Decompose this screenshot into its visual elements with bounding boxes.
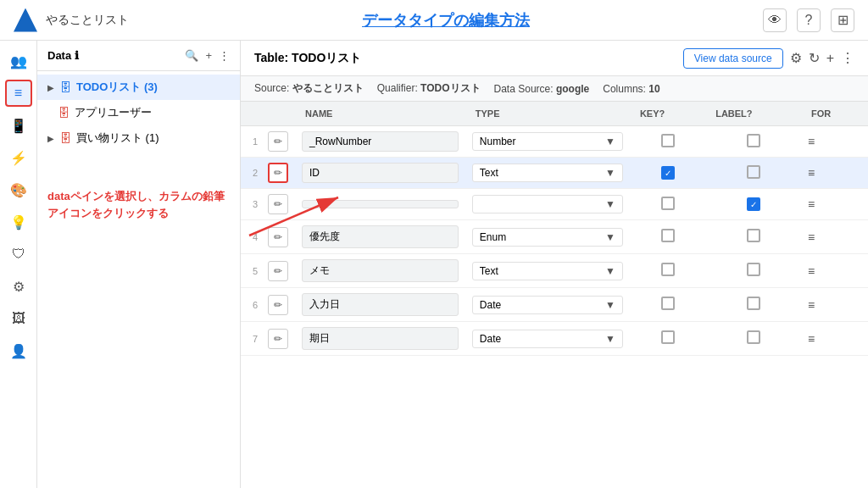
row-num: 5 [241, 254, 261, 288]
add-column-icon[interactable]: + [826, 51, 834, 66]
source-label: Source: やることリスト [254, 81, 364, 96]
key-checkbox[interactable] [661, 197, 675, 210]
sidebar-icon-table[interactable]: ≡ [5, 80, 32, 107]
type-value: Text [480, 265, 498, 277]
label-checkbox-checked[interactable]: ✓ [747, 197, 760, 211]
type-select[interactable]: Number ▼ [472, 132, 623, 151]
field-name-cell: _RowNumber [295, 126, 465, 158]
page-title: データタイプの編集方法 [362, 10, 530, 30]
key-checkbox-checked[interactable]: ✓ [661, 166, 675, 180]
help-icon[interactable]: ? [797, 8, 821, 32]
for-cell: ≡ [801, 254, 868, 288]
settings-icon[interactable]: ⚙ [790, 50, 802, 66]
edit-button[interactable]: ✏ [268, 131, 288, 152]
key-checkbox[interactable] [661, 330, 675, 344]
label-checkbox[interactable] [747, 330, 760, 344]
type-select[interactable]: ▼ [472, 195, 623, 214]
type-select[interactable]: Enum ▼ [472, 228, 623, 247]
field-name [302, 200, 459, 208]
key-checkbox[interactable] [661, 297, 675, 310]
type-cell: Number ▼ [465, 126, 630, 158]
edit-button[interactable]: ✏ [268, 261, 288, 281]
field-name: 期日 [302, 327, 459, 350]
key-checkbox[interactable] [661, 134, 675, 147]
sidebar-icon-user[interactable]: 👤 [5, 337, 32, 364]
key-checkbox[interactable] [661, 263, 675, 276]
key-cell [630, 254, 705, 288]
more-icon[interactable]: ⋮ [841, 50, 854, 66]
label-checkbox[interactable] [747, 165, 760, 179]
table-row: 7 ✏ 期日 Date ▼ [241, 322, 868, 356]
sidebar-icon-image[interactable]: 🖼 [5, 305, 32, 332]
type-select[interactable]: Date ▼ [472, 296, 623, 314]
tree-item-label-appuser: アプリユーザー [75, 105, 230, 120]
field-name: 入力日 [302, 293, 459, 316]
edit-button[interactable]: ✏ [268, 227, 288, 247]
type-select[interactable]: Date ▼ [472, 330, 623, 348]
more-icon[interactable]: ≡ [808, 230, 815, 244]
edit-cell: ✏ [261, 126, 295, 158]
edit-cell: ✏ [261, 220, 295, 254]
edit-button-highlighted[interactable]: ✏ [268, 163, 288, 183]
sidebar-icon-bulb[interactable]: 💡 [5, 208, 32, 236]
label-cell [705, 220, 801, 254]
edit-button[interactable]: ✏ [268, 295, 288, 315]
for-cell: ≡ [801, 189, 868, 220]
label-checkbox[interactable] [747, 229, 760, 242]
sidebar-icon-shield[interactable]: 🛡 [5, 241, 32, 268]
view-data-source-button[interactable]: View data source [683, 48, 783, 69]
source-bar: Source: やることリスト Qualifier: TODOリスト Data … [241, 76, 868, 102]
type-cell: Text ▼ [465, 254, 630, 288]
more-icon[interactable]: ≡ [808, 332, 815, 346]
sidebar-icon-people[interactable]: 👥 [5, 47, 32, 75]
header-left: やることリスト [14, 8, 129, 32]
sidebar-icon-palette[interactable]: 🎨 [5, 176, 32, 203]
key-cell [630, 126, 705, 158]
type-select[interactable]: Text ▼ [472, 262, 623, 280]
for-cell: ≡ [801, 126, 868, 158]
label-cell [705, 158, 801, 189]
more-icon[interactable]: ≡ [808, 166, 815, 180]
sidebar-icon-gear[interactable]: ⚙ [5, 273, 32, 300]
more-options-icon[interactable]: ⋮ [219, 49, 230, 62]
add-icon[interactable]: + [205, 49, 212, 62]
preview-icon[interactable]: 👁 [763, 8, 787, 32]
field-name-cell: メモ [295, 254, 465, 288]
type-select[interactable]: Text ▼ [472, 164, 623, 182]
type-value: Text [480, 167, 498, 179]
row-num: 1 [241, 126, 261, 158]
search-icon[interactable]: 🔍 [185, 49, 198, 62]
label-checkbox[interactable] [747, 134, 760, 147]
dropdown-arrow: ▼ [605, 167, 615, 179]
more-icon[interactable]: ≡ [808, 298, 815, 312]
tree-item-shopping[interactable]: ▶ 🗄 買い物リスト (1) [37, 125, 240, 151]
type-value: Number [480, 136, 516, 147]
col-key: KEY? [630, 102, 705, 126]
more-icon[interactable]: ≡ [808, 135, 815, 148]
expand-icon-shopping: ▶ [47, 134, 54, 143]
db-icon: 🗄 [59, 80, 71, 94]
label-cell [705, 288, 801, 322]
edit-cell: ✏ [261, 189, 295, 220]
field-name: ID [302, 163, 459, 183]
label-checkbox[interactable] [747, 263, 760, 276]
db-icon-appuser: 🗄 [58, 106, 70, 119]
key-cell [630, 322, 705, 356]
sidebar-icon-lightning[interactable]: ⚡ [5, 144, 32, 171]
expand-icon: ▶ [47, 83, 54, 92]
grid-icon[interactable]: ⊞ [831, 8, 854, 32]
sidebar-icon-mobile[interactable]: 📱 [5, 112, 32, 139]
tree-item-todo[interactable]: ▶ 🗄 TODOリスト (3) [37, 75, 240, 100]
refresh-icon[interactable]: ↻ [809, 50, 820, 66]
tree-item-appuser[interactable]: 🗄 アプリユーザー [37, 100, 240, 125]
key-checkbox[interactable] [661, 229, 675, 242]
more-icon[interactable]: ≡ [808, 197, 815, 211]
table-title: Table: TODOリスト [254, 51, 361, 66]
more-icon[interactable]: ≡ [808, 264, 815, 278]
tree-item-label: TODOリスト (3) [76, 80, 230, 95]
content-area: Table: TODOリスト View data source ⚙ ↻ + ⋮ … [241, 41, 868, 488]
edit-button[interactable]: ✏ [268, 329, 288, 349]
label-checkbox[interactable] [747, 297, 760, 310]
field-name: _RowNumber [302, 131, 459, 152]
edit-button[interactable]: ✏ [268, 194, 288, 214]
